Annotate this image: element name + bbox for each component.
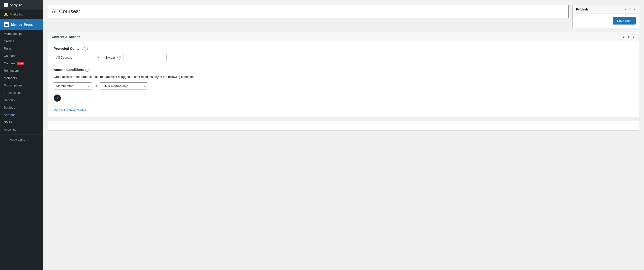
condition-type-select-wrapper: Membership Role Capability [54, 82, 92, 90]
condition-value-select-wrapper: Silver membership Gold membership Bronze… [100, 82, 148, 90]
marketing-icon: 🔔 [4, 12, 8, 16]
panel-title: Content & Access [52, 35, 80, 39]
sidebar-item-label-coupons: Coupons [4, 54, 16, 58]
new-badge-courses: NEW [17, 62, 24, 65]
sidebar-item-memberships[interactable]: Memberships [0, 30, 43, 37]
sidebar-item-analytics[interactable]: Analytics [0, 126, 43, 133]
sidebar-item-label-members: Members [4, 76, 17, 80]
bottom-panel [48, 121, 639, 131]
brand-logo: m [4, 22, 9, 27]
sidebar-item-subscriptions[interactable]: Subscriptions [0, 82, 43, 89]
panel-up-icon[interactable]: ▲ [622, 35, 625, 39]
sidebar-item-label-transactions: Transactions [4, 91, 22, 95]
sidebar: 📊 Analytics 🔔 Marketing m MemberPress Me… [0, 0, 43, 270]
condition-type-select[interactable]: Membership Role Capability [54, 82, 92, 90]
sidebar-item-label-addons: Add-ons [4, 113, 15, 117]
access-conditions-title: Access Conditions i [54, 68, 633, 72]
sidebar-item-rules[interactable]: Rules [0, 45, 43, 52]
except-info-icon[interactable]: i [117, 56, 121, 60]
rule-title-input[interactable] [48, 5, 568, 18]
panel-body: Protected Content i All Courses Single C… [48, 42, 639, 117]
sidebar-brand[interactable]: m MemberPress [0, 19, 43, 30]
publish-header: Publish ▲ ▼ ▲ [573, 5, 639, 14]
publish-collapse-icon[interactable]: ▲ [633, 8, 636, 11]
sidebar-item-label-rules: Rules [4, 47, 12, 50]
add-condition-button[interactable]: + [54, 95, 61, 102]
sidebar-item-label-subscriptions: Subscriptions [4, 84, 22, 87]
sidebar-item-label-courses: Courses [4, 61, 15, 65]
sidebar-item-analytics-top[interactable]: 📊 Analytics [0, 0, 43, 9]
condition-value-select[interactable]: Silver membership Gold membership Bronze… [100, 82, 148, 90]
sidebar-nav: MembershipsGroupsRulesCouponsCoursesNEWR… [0, 30, 43, 133]
publish-down-icon[interactable]: ▼ [628, 8, 631, 11]
protected-content-row: All Courses Single Course Course Categor… [54, 54, 633, 61]
sidebar-item-label-analytics: Analytics [4, 128, 16, 132]
panel-down-icon[interactable]: ▼ [627, 35, 630, 39]
protected-content-info-icon[interactable]: i [84, 47, 88, 50]
publish-header-controls: ▲ ▼ ▲ [624, 8, 636, 11]
title-input-wrapper [48, 5, 569, 18]
access-conditions-section: Access Conditions i Grant access to the … [54, 68, 633, 112]
sidebar-item-label-groups: Groups [4, 39, 14, 43]
sidebar-item-label-smtp: SMTP [4, 121, 12, 124]
sidebar-item-label-reminders: Reminders [4, 69, 19, 72]
sidebar-item-label-settings: Settings [4, 106, 15, 109]
sidebar-item-reports[interactable]: Reports [0, 96, 43, 104]
protected-content-section-title: Protected Content i [54, 47, 633, 50]
publish-box: Publish ▲ ▼ ▲ Save Rule [572, 5, 639, 28]
publish-up-icon[interactable]: ▲ [624, 8, 627, 11]
is-label: is [95, 84, 97, 88]
top-row: Publish ▲ ▼ ▲ Save Rule [48, 5, 639, 28]
save-rule-button[interactable]: Save Rule [613, 17, 636, 24]
analytics-icon: 📊 [4, 3, 8, 7]
content-type-select-wrapper: All Courses Single Course Course Categor… [54, 54, 101, 61]
sidebar-item-label-reports: Reports [4, 98, 15, 102]
sidebar-item-settings[interactable]: Settings [0, 104, 43, 111]
sidebar-item-members[interactable]: Members [0, 74, 43, 82]
sidebar-item-marketing[interactable]: 🔔 Marketing [0, 9, 43, 19]
sidebar-item-addons[interactable]: Add-ons [0, 111, 43, 119]
access-conditions-info-icon[interactable]: i [85, 68, 89, 72]
sidebar-item-transactions[interactable]: Transactions [0, 89, 43, 96]
sidebar-item-pretty-links[interactable]: → Pretty Links [0, 135, 43, 144]
sidebar-item-groups[interactable]: Groups [0, 37, 43, 45]
sidebar-item-reminders[interactable]: Reminders [0, 67, 43, 74]
sidebar-item-coupons[interactable]: Coupons [0, 52, 43, 60]
panel-collapse-icon[interactable]: ▲ [632, 35, 635, 39]
condition-row: Membership Role Capability is Silver mem… [54, 82, 633, 90]
main-content: Publish ▲ ▼ ▲ Save Rule Content & Access… [43, 0, 644, 270]
panel-controls: ▲ ▼ ▲ [622, 35, 635, 39]
content-type-select[interactable]: All Courses Single Course Course Categor… [54, 54, 101, 61]
content-access-panel: Content & Access ▲ ▼ ▲ Protected Content… [48, 32, 639, 117]
partial-content-codes-link[interactable]: Partial Content Codes [54, 108, 86, 112]
sidebar-divider [0, 134, 43, 135]
panel-header: Content & Access ▲ ▼ ▲ [48, 32, 639, 42]
add-icon: + [56, 96, 59, 101]
except-input[interactable] [124, 54, 166, 61]
sidebar-item-label-memberships: Memberships [4, 32, 22, 35]
publish-title: Publish [576, 7, 588, 11]
access-description: Grant access to the protected content ab… [54, 75, 633, 79]
sidebar-item-courses[interactable]: CoursesNEW [0, 60, 43, 67]
sidebar-item-smtp[interactable]: SMTP [0, 119, 43, 126]
except-label: : Except [104, 56, 115, 59]
pretty-links-icon: → [4, 138, 7, 141]
publish-body: Save Rule [573, 14, 639, 28]
